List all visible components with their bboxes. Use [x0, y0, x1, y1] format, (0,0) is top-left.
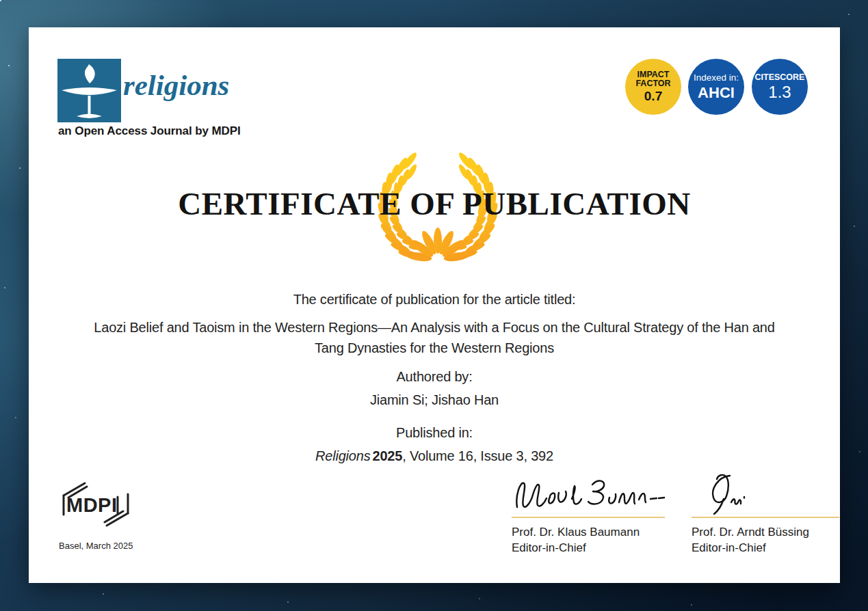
signatory-name: Prof. Dr. Klaus Baumann	[512, 524, 665, 540]
indexed-in-badge: Indexed in: AHCI	[688, 59, 744, 115]
citescore-label: CITESCORE	[755, 73, 805, 82]
publication-line: Religions2025, Volume 16, Issue 3, 392	[29, 448, 840, 464]
journal-wordmark: religions	[123, 68, 229, 102]
signature-line	[692, 517, 839, 518]
place-date: Basel, March 2025	[59, 541, 133, 551]
indexed-in-label: Indexed in:	[694, 73, 739, 83]
religions-chalice-logo-icon	[57, 59, 121, 122]
citescore-value: 1.3	[768, 83, 791, 100]
published-in-label: Published in:	[29, 425, 840, 441]
indexed-in-value: AHCI	[698, 85, 735, 100]
signature-block-klaus-baumann: Prof. Dr. Klaus Baumann Editor-in-Chief	[512, 472, 665, 556]
journal-tagline: an Open Access Journal by MDPI	[58, 124, 241, 138]
citescore-badge: CITESCORE 1.3	[752, 59, 808, 115]
impact-factor-value: 0.7	[644, 90, 662, 103]
publication-year: 2025	[373, 448, 403, 463]
publication-details: , Volume 16, Issue 3, 392	[402, 448, 553, 463]
authored-by-label: Authored by:	[29, 369, 840, 385]
signatory-role: Editor-in-Chief	[512, 540, 665, 556]
article-title: Laozi Belief and Taoism in the Western R…	[89, 318, 780, 358]
intro-line: The certificate of publication for the a…	[29, 292, 840, 308]
certificate-card: religions an Open Access Journal by MDPI…	[29, 27, 840, 583]
page-background: { "journal_header": { "logo_text": "reli…	[0, 0, 868, 611]
signature-block-arndt-buessing: Prof. Dr. Arndt Büssing Editor-in-Chief	[692, 472, 839, 556]
publication-journal: Religions	[315, 448, 370, 463]
signatory-role: Editor-in-Chief	[692, 540, 839, 556]
authors-line: Jiamin Si; Jishao Han	[29, 392, 840, 408]
mdpi-logo-icon: MDPI	[56, 477, 135, 532]
certificate-title: CERTIFICATE OF PUBLICATION	[29, 185, 840, 222]
impact-factor-label-2: FACTOR	[635, 79, 670, 88]
signature-klaus-baumann-icon	[512, 472, 665, 515]
signature-arndt-buessing-icon	[692, 472, 839, 515]
mdpi-logo-text: MDPI	[66, 494, 118, 516]
signatory-name: Prof. Dr. Arndt Büssing	[692, 524, 839, 540]
impact-factor-badge: IMPACT FACTOR 0.7	[625, 59, 681, 115]
signature-line	[512, 517, 665, 518]
